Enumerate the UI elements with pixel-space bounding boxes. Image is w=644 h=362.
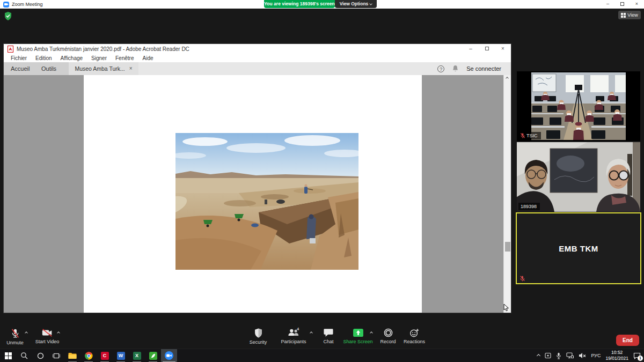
tab-document[interactable]: Museo Amba Turk... ×: [69, 62, 138, 75]
view-options-button[interactable]: View Options: [335, 0, 377, 8]
cortana-icon: [37, 352, 44, 359]
reactions-icon: [409, 328, 419, 337]
participants-count: 4: [297, 327, 299, 331]
scrollbar-thumb[interactable]: [505, 242, 510, 252]
mouse-cursor: [503, 304, 509, 312]
minimize-button[interactable]: –: [601, 0, 615, 9]
word-icon: W: [117, 352, 125, 360]
hidden-icons-chevron[interactable]: [537, 354, 540, 357]
menu-edition[interactable]: Edition: [31, 55, 56, 61]
acrobat-close-button[interactable]: ×: [495, 44, 511, 54]
gallery-view-button[interactable]: View: [618, 11, 641, 19]
acrobat-menubar: Fichier Edition Affichage Signer Fenêtre…: [4, 54, 511, 62]
video-tile-active-speaker[interactable]: EMB TKM: [516, 212, 641, 284]
tab-close-icon[interactable]: ×: [129, 62, 133, 75]
classroom-video: [531, 72, 626, 140]
tray-app-icon[interactable]: [545, 352, 551, 359]
end-meeting-button[interactable]: End: [616, 335, 639, 346]
participant-name-label: TSIC: [518, 132, 541, 139]
search-button[interactable]: [16, 349, 32, 362]
acrobat-restore-button[interactable]: [479, 44, 495, 54]
menu-affichage[interactable]: Affichage: [56, 55, 87, 61]
video-muted-icon: [42, 328, 53, 337]
clock-date: 19/01/2021: [605, 356, 628, 361]
help-icon[interactable]: ?: [437, 65, 444, 72]
scroll-up-icon[interactable]: [506, 77, 509, 80]
shield-icon: [254, 328, 262, 338]
tray-mic-icon[interactable]: [556, 352, 561, 359]
tray-network-icon[interactable]: [566, 352, 574, 359]
sign-in-button[interactable]: Se connecter: [466, 65, 501, 72]
acrobat-minimize-button[interactable]: –: [463, 44, 479, 54]
cortana-button[interactable]: [32, 349, 48, 362]
notification-center-button[interactable]: 1: [633, 352, 641, 359]
participant-name-label: 189398: [518, 203, 540, 210]
acrobat-window: Museo Amba Turkménistan janvier 2020.pdf…: [4, 44, 511, 313]
start-button[interactable]: [0, 349, 16, 362]
participant-display-name: EMB TKM: [559, 244, 598, 253]
participants-button[interactable]: 4 Participants: [276, 328, 311, 344]
chat-icon: [324, 328, 333, 337]
tabbar-right-zone: ? Se connecter: [138, 62, 511, 75]
mic-muted-icon: [520, 276, 525, 282]
close-button[interactable]: ×: [630, 0, 644, 9]
green-app-button[interactable]: [145, 349, 161, 362]
zoom-app-icon: [3, 2, 9, 8]
acrobat-tabbar: Accueil Outils Museo Amba Turk... × ? Se…: [4, 62, 511, 75]
meeting-shared-screen-area: View Museo Amba Turkménistan janvier 202…: [0, 9, 644, 349]
video-tile-two-people[interactable]: 189398: [517, 142, 640, 212]
menu-aide[interactable]: Aide: [138, 55, 157, 61]
green-app-icon: [149, 352, 157, 360]
zoom-icon: [165, 351, 173, 360]
mic-muted-icon: [11, 328, 20, 338]
pdf-photo-excavation: [175, 133, 358, 270]
zoom-taskbar-button[interactable]: [161, 349, 177, 362]
file-explorer-button[interactable]: [64, 349, 80, 362]
video-tile-classroom[interactable]: TSIC: [517, 71, 640, 141]
two-people-video: [517, 142, 640, 212]
folder-icon: [68, 352, 77, 359]
windows-taskbar: C W X РУС 10:5219/01/2021 1: [0, 349, 644, 362]
menu-fenetre[interactable]: Fenêtre: [111, 55, 138, 61]
tray-volume-muted-icon[interactable]: [579, 352, 586, 359]
tab-outils[interactable]: Outils: [35, 62, 63, 75]
notification-badge: 1: [638, 356, 643, 361]
share-screen-icon: [353, 328, 364, 337]
search-icon: [20, 352, 28, 359]
acrobat-pdf-icon: [8, 46, 13, 53]
menu-signer[interactable]: Signer: [87, 55, 111, 61]
unmute-button[interactable]: Unmute: [0, 328, 32, 345]
red-c-app-icon: C: [101, 352, 109, 360]
excel-icon: X: [133, 352, 141, 360]
menu-fichier[interactable]: Fichier: [6, 55, 31, 61]
record-icon: [384, 328, 393, 337]
chrome-icon: [85, 352, 93, 360]
task-view-icon: [53, 352, 60, 359]
tab-accueil[interactable]: Accueil: [4, 62, 36, 75]
participant-name-label: [518, 276, 525, 282]
maximize-button[interactable]: [615, 0, 630, 9]
acrobat-window-title: Museo Amba Turkménistan janvier 2020.pdf…: [17, 46, 189, 52]
start-video-button[interactable]: Start Video: [30, 328, 64, 344]
grid-icon: [621, 13, 626, 18]
reactions-button[interactable]: Reactions: [397, 328, 431, 344]
language-indicator[interactable]: РУС: [591, 353, 601, 358]
windows-logo-icon: [5, 352, 12, 359]
chrome-button[interactable]: [80, 349, 97, 362]
system-tray: РУС 10:5219/01/2021 1: [537, 349, 644, 362]
bell-icon[interactable]: [452, 65, 459, 72]
taskbar-clock[interactable]: 10:5219/01/2021: [605, 350, 628, 361]
excel-button[interactable]: X: [129, 349, 145, 362]
share-screen-button[interactable]: Share Screen: [341, 328, 375, 344]
security-button[interactable]: Security: [241, 328, 275, 345]
acrobat-titlebar: Museo Amba Turkménistan janvier 2020.pdf…: [4, 44, 511, 54]
task-view-button[interactable]: [48, 349, 64, 362]
mic-muted-icon: [521, 133, 525, 138]
pdf-document-area: [4, 75, 511, 313]
red-c-app-button[interactable]: C: [97, 349, 113, 362]
meeting-info-shield-icon[interactable]: [4, 12, 12, 23]
pdf-page: [84, 75, 422, 313]
viewing-screen-banner: You are viewing 189398's screen: [264, 0, 335, 8]
word-button[interactable]: W: [113, 349, 129, 362]
pdf-vertical-scrollbar[interactable]: [503, 75, 511, 313]
